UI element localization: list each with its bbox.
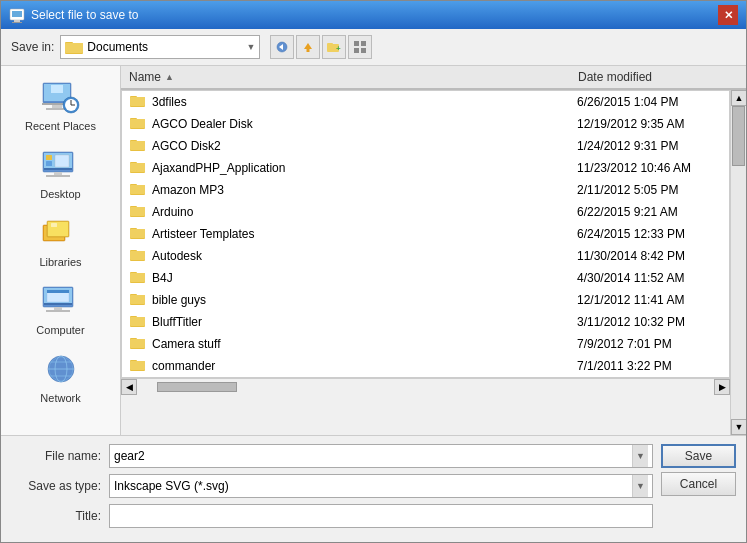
- title-bar-left: Select file to save to: [9, 7, 138, 23]
- cancel-button[interactable]: Cancel: [661, 472, 736, 496]
- svg-rect-1: [12, 11, 22, 17]
- title-input[interactable]: [114, 509, 648, 523]
- file-list[interactable]: 3dfiles 6/26/2015 1:04 PM AGCO Dealer Di…: [121, 90, 730, 378]
- file-name-combo[interactable]: ▼: [109, 444, 653, 468]
- file-name-cell: commander: [122, 358, 569, 375]
- file-date-cell: 11/23/2012 10:46 AM: [569, 161, 729, 175]
- svg-rect-71: [130, 207, 145, 216]
- col-date-header[interactable]: Date modified: [570, 70, 730, 84]
- vscroll-up-button[interactable]: ▲: [731, 90, 746, 106]
- table-row[interactable]: Camera stuff 7/9/2012 7:01 PM: [122, 333, 729, 355]
- up-button[interactable]: [296, 35, 320, 59]
- vertical-scrollbar[interactable]: ▲ ▼: [730, 90, 746, 435]
- sidebar-item-network[interactable]: Network: [1, 346, 120, 410]
- col-name-header[interactable]: Name ▲: [121, 70, 570, 84]
- table-row[interactable]: bible guys 12/1/2012 11:41 AM: [122, 289, 729, 311]
- file-date-cell: 2/11/2012 5:05 PM: [569, 183, 729, 197]
- main-area: Recent Places Deskto: [1, 66, 746, 435]
- current-folder: Documents: [87, 40, 242, 54]
- svg-rect-86: [130, 317, 145, 326]
- table-row[interactable]: BluffTitler 3/11/2012 10:32 PM: [122, 311, 729, 333]
- hscroll-left-button[interactable]: ◀: [121, 379, 137, 395]
- svg-rect-3: [12, 22, 22, 23]
- file-date-cell: 4/30/2014 11:52 AM: [569, 271, 729, 285]
- back-button[interactable]: [270, 35, 294, 59]
- svg-rect-83: [130, 295, 145, 304]
- bottom-area: File name: ▼ Save as type: Inkscape SVG …: [1, 435, 746, 542]
- view-button[interactable]: [348, 35, 372, 59]
- table-row[interactable]: Arduino 6/22/2015 9:21 AM: [122, 201, 729, 223]
- vscroll-thumb[interactable]: [732, 106, 745, 166]
- save-as-type-dropdown[interactable]: ▼: [632, 475, 648, 497]
- svg-rect-2: [14, 20, 20, 22]
- new-folder-icon: +: [327, 41, 341, 53]
- file-name-cell: AGCO Disk2: [122, 138, 569, 155]
- file-date-cell: 11/30/2014 8:42 PM: [569, 249, 729, 263]
- svg-rect-80: [130, 273, 145, 282]
- table-row[interactable]: Autodesk 11/30/2014 8:42 PM: [122, 245, 729, 267]
- recent-places-label: Recent Places: [25, 120, 96, 132]
- close-button[interactable]: ✕: [718, 5, 738, 25]
- save-button[interactable]: Save: [661, 444, 736, 468]
- svg-rect-20: [51, 85, 63, 93]
- folder-icon: [130, 358, 146, 375]
- file-name-input[interactable]: [114, 449, 632, 463]
- sidebar-item-recent-places[interactable]: Recent Places: [1, 74, 120, 138]
- file-date-cell: 7/1/2011 3:22 PM: [569, 359, 729, 373]
- vscroll-down-button[interactable]: ▼: [731, 419, 746, 435]
- file-date-cell: 12/19/2012 9:35 AM: [569, 117, 729, 131]
- save-as-type-label: Save as type:: [11, 479, 101, 493]
- table-row[interactable]: B4J 4/30/2014 11:52 AM: [122, 267, 729, 289]
- table-row[interactable]: AjaxandPHP_Application 11/23/2012 10:46 …: [122, 157, 729, 179]
- svg-rect-65: [130, 163, 145, 172]
- svg-rect-89: [130, 339, 145, 348]
- sidebar-item-libraries[interactable]: Libraries: [1, 210, 120, 274]
- save-dialog: Select file to save to ✕ Save in: Docume…: [0, 0, 747, 543]
- bottom-rows: File name: ▼ Save as type: Inkscape SVG …: [11, 444, 653, 534]
- sort-arrow: ▲: [165, 72, 174, 82]
- svg-rect-34: [46, 161, 52, 166]
- scrollbar-header-spacer: [730, 70, 746, 84]
- file-date-cell: 6/24/2015 12:33 PM: [569, 227, 729, 241]
- save-in-label: Save in:: [11, 40, 54, 54]
- table-row[interactable]: Artisteer Templates 6/24/2015 12:33 PM: [122, 223, 729, 245]
- dialog-icon: [9, 7, 25, 23]
- table-row[interactable]: 3dfiles 6/26/2015 1:04 PM: [122, 91, 729, 113]
- action-buttons: Save Cancel: [661, 444, 736, 496]
- table-row[interactable]: AGCO Disk2 1/24/2012 9:31 PM: [122, 135, 729, 157]
- svg-rect-43: [44, 303, 72, 305]
- folder-icon: [130, 138, 146, 155]
- view-icon: [354, 41, 366, 53]
- file-date-cell: 6/26/2015 1:04 PM: [569, 95, 729, 109]
- hscroll-thumb[interactable]: [157, 382, 237, 392]
- save-as-type-value: Inkscape SVG (*.svg): [114, 475, 632, 497]
- table-row[interactable]: Amazon MP3 2/11/2012 5:05 PM: [122, 179, 729, 201]
- file-name-dropdown[interactable]: ▼: [632, 445, 648, 467]
- svg-rect-10: [307, 49, 310, 52]
- hscroll-right-button[interactable]: ▶: [714, 379, 730, 395]
- folder-icon: [130, 160, 146, 177]
- save-as-type-row: Save as type: Inkscape SVG (*.svg) ▼: [11, 474, 653, 498]
- horizontal-scrollbar[interactable]: ◀ ▶: [121, 378, 730, 394]
- new-folder-button[interactable]: +: [322, 35, 346, 59]
- folder-icon: [130, 336, 146, 353]
- title-label: Title:: [11, 509, 101, 523]
- sidebar-item-computer[interactable]: Computer: [1, 278, 120, 342]
- sidebar: Recent Places Deskto: [1, 66, 121, 435]
- file-name-cell: AjaxandPHP_Application: [122, 160, 569, 177]
- table-row[interactable]: commander 7/1/2011 3:22 PM: [122, 355, 729, 377]
- svg-rect-33: [46, 155, 52, 160]
- table-row[interactable]: AGCO Dealer Disk 12/19/2012 9:35 AM: [122, 113, 729, 135]
- sidebar-item-desktop[interactable]: Desktop: [1, 142, 120, 206]
- save-in-combo[interactable]: Documents ▼: [60, 35, 260, 59]
- svg-rect-14: [354, 41, 359, 46]
- svg-text:+: +: [336, 44, 341, 53]
- combo-arrow: ▼: [246, 42, 255, 52]
- file-name-cell: Arduino: [122, 204, 569, 221]
- folder-icon: [130, 116, 146, 133]
- save-as-type-combo[interactable]: Inkscape SVG (*.svg) ▼: [109, 474, 653, 498]
- title-combo[interactable]: [109, 504, 653, 528]
- svg-rect-15: [361, 41, 366, 46]
- folder-icon: [65, 39, 83, 55]
- file-name-cell: Autodesk: [122, 248, 569, 265]
